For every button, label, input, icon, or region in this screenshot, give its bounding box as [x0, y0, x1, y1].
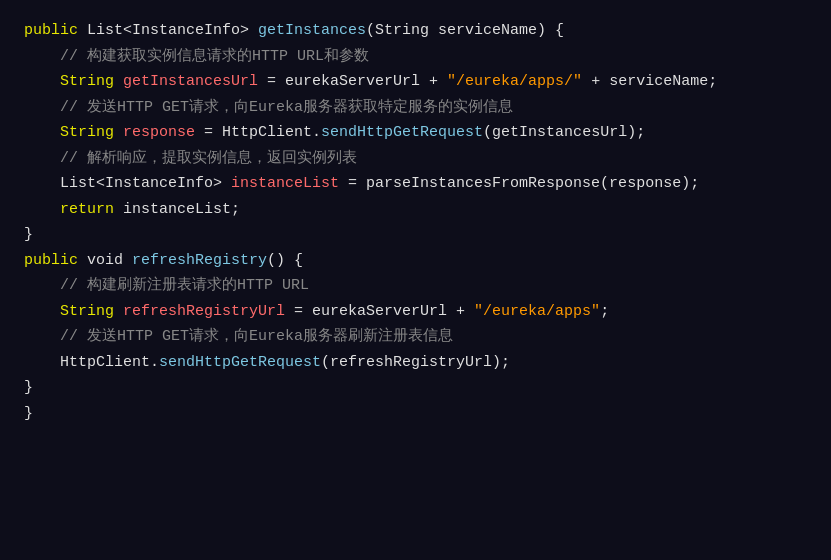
code-line: String response = HttpClient.sendHttpGet… — [24, 120, 807, 146]
code-line: HttpClient.sendHttpGetRequest(refreshReg… — [24, 350, 807, 376]
code-line: } — [24, 375, 807, 401]
code-line: // 发送HTTP GET请求，向Eureka服务器刷新注册表信息 — [24, 324, 807, 350]
code-line: // 解析响应，提取实例信息，返回实例列表 — [24, 146, 807, 172]
code-line: // 发送HTTP GET请求，向Eureka服务器获取特定服务的实例信息 — [24, 95, 807, 121]
code-line: // 构建获取实例信息请求的HTTP URL和参数 — [24, 44, 807, 70]
code-line: String refreshRegistryUrl = eurekaServer… — [24, 299, 807, 325]
code-line: } — [24, 401, 807, 427]
code-line: List<InstanceInfo> instanceList = parseI… — [24, 171, 807, 197]
code-line: return instanceList; — [24, 197, 807, 223]
code-line: } — [24, 222, 807, 248]
code-editor: public List<InstanceInfo> getInstances(S… — [0, 0, 831, 560]
code-line: String getInstancesUrl = eurekaServerUrl… — [24, 69, 807, 95]
code-line: // 构建刷新注册表请求的HTTP URL — [24, 273, 807, 299]
code-line: public List<InstanceInfo> getInstances(S… — [24, 18, 807, 44]
code-line: public void refreshRegistry() { — [24, 248, 807, 274]
